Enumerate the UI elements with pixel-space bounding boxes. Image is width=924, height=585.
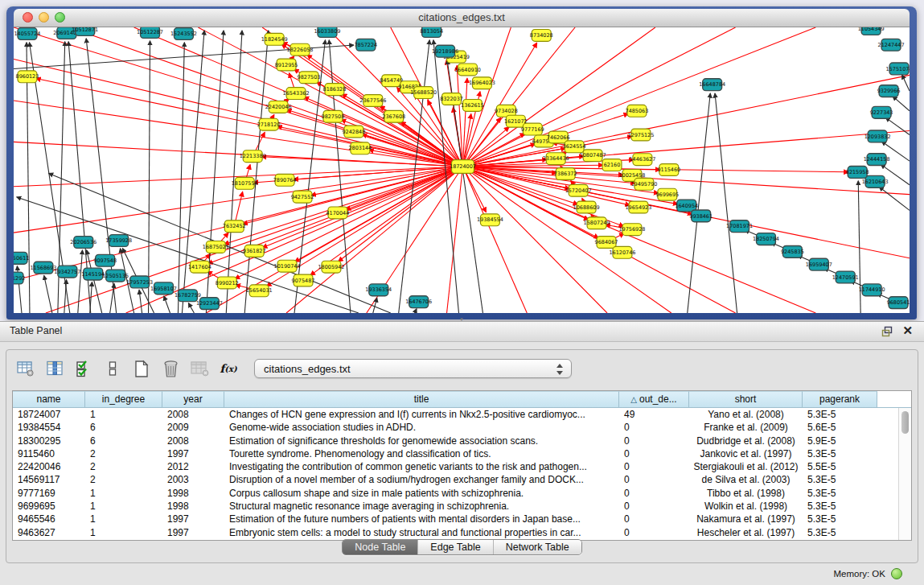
table-cell[interactable]: 5.9E-5 bbox=[803, 435, 877, 447]
table-cell[interactable]: 1998 bbox=[162, 500, 224, 513]
graph-node[interactable]: 12444158 bbox=[864, 154, 890, 166]
graph-node[interactable]: 9680541 bbox=[887, 297, 910, 309]
graph-node[interactable]: 8912955 bbox=[275, 59, 298, 71]
graph-node[interactable]: 11568693 bbox=[30, 262, 56, 274]
graph-node[interactable]: 16648784 bbox=[699, 79, 725, 91]
table-cell[interactable]: 1998 bbox=[162, 487, 224, 500]
graph-node[interactable]: 16120746 bbox=[610, 246, 636, 258]
table-cell[interactable]: 6 bbox=[85, 435, 162, 447]
table-cell[interactable]: 2008 bbox=[162, 408, 224, 421]
graph-node[interactable]: 19654923 bbox=[625, 201, 651, 213]
table-scrollbar[interactable] bbox=[898, 408, 911, 540]
graph-node[interactable]: 18250794 bbox=[753, 233, 779, 245]
table-row[interactable]: 969969511998Structural magnetic resonanc… bbox=[13, 500, 911, 513]
table-cell[interactable]: 1 bbox=[85, 487, 162, 500]
table-cell[interactable]: Investigating the contribution of common… bbox=[224, 460, 619, 473]
graph-node[interactable]: 10807487 bbox=[580, 150, 606, 162]
graph-node[interactable]: 10688609 bbox=[573, 201, 600, 213]
table-cell[interactable]: 0 bbox=[619, 460, 689, 473]
graph-node[interactable]: 9075487 bbox=[292, 274, 315, 286]
table-cell[interactable]: Franke et al. (2009) bbox=[689, 421, 803, 434]
graph-node[interactable]: 15720407 bbox=[565, 184, 592, 196]
graph-node[interactable]: 16476706 bbox=[405, 296, 432, 308]
table-cell[interactable]: 0 bbox=[619, 500, 689, 513]
graph-node[interactable]: 9245835 bbox=[781, 245, 804, 257]
table-cell[interactable]: 5.3E-5 bbox=[803, 473, 877, 486]
memory-status-indicator[interactable] bbox=[891, 568, 902, 579]
graph-node[interactable]: 8990212 bbox=[216, 277, 239, 289]
table-cell[interactable]: Dudbridge et al. (2008) bbox=[689, 435, 803, 447]
graph-node[interactable]: 2718120 bbox=[257, 118, 281, 130]
table-cell[interactable]: 22420046 bbox=[13, 460, 85, 473]
table-cell[interactable]: Structural magnetic resonance image aver… bbox=[224, 500, 619, 513]
graph-node[interactable]: 17081971 bbox=[726, 220, 753, 233]
table-cell[interactable]: 2003 bbox=[162, 473, 224, 486]
graph-node[interactable]: 15688520 bbox=[410, 87, 437, 99]
graph-node[interactable]: 15751074 bbox=[886, 63, 910, 75]
float-panel-icon[interactable] bbox=[881, 326, 893, 337]
graph-node[interactable]: 19756928 bbox=[618, 224, 645, 236]
table-cell[interactable]: 0 bbox=[619, 526, 689, 539]
table-cell[interactable]: 14569117 bbox=[13, 473, 85, 486]
graph-node[interactable]: 19218986 bbox=[432, 45, 458, 57]
graph-node[interactable]: 9827508 bbox=[322, 110, 345, 122]
graph-node[interactable]: 9227343 bbox=[870, 106, 893, 118]
graph-node[interactable]: 23364436 bbox=[543, 153, 569, 165]
graph-node[interactable]: 16875021 bbox=[203, 241, 229, 253]
table-cell[interactable]: 9115460 bbox=[13, 447, 85, 460]
table-cell[interactable]: 9465546 bbox=[13, 513, 85, 525]
graph-node[interactable]: 8960123 bbox=[16, 71, 39, 83]
graph-node[interactable]: 8734028 bbox=[530, 29, 553, 41]
graph-node[interactable]: 23677546 bbox=[359, 95, 386, 107]
graph-node[interactable]: 8186328 bbox=[323, 84, 347, 96]
column-header-pagerank[interactable]: pagerank bbox=[803, 391, 877, 407]
table-cell[interactable]: 6 bbox=[85, 421, 162, 434]
scrollbar-thumb[interactable] bbox=[901, 411, 909, 434]
graph-node[interactable]: 12470591 bbox=[832, 271, 859, 283]
table-row[interactable]: 1938455462009Genome-wide association stu… bbox=[13, 421, 911, 434]
table-cell[interactable]: 2 bbox=[85, 473, 162, 486]
table-cell[interactable]: Embryonic stem cells: a model to study s… bbox=[224, 526, 619, 539]
table-cell[interactable]: 5.3E-5 bbox=[803, 513, 877, 525]
column-header-title[interactable]: title bbox=[224, 391, 619, 407]
column-header-out_de[interactable]: △out_de... bbox=[619, 391, 689, 407]
column-header-short[interactable]: short bbox=[689, 391, 803, 407]
graph-node[interactable]: 19342757 bbox=[54, 266, 80, 278]
table-row[interactable]: 946362711997Embryonic stem cells: a mode… bbox=[13, 526, 911, 539]
graph-node[interactable]: 62160 bbox=[602, 159, 622, 171]
graph-node[interactable]: 3624554 bbox=[563, 141, 586, 153]
graph-node[interactable]: 11824549 bbox=[261, 33, 288, 45]
column-header-name[interactable]: name bbox=[13, 391, 85, 407]
table-cell[interactable]: Nakamura et al. (1997) bbox=[689, 513, 803, 525]
show-columns-icon[interactable] bbox=[45, 360, 64, 377]
table-cell[interactable]: Estimation of significance thresholds fo… bbox=[224, 435, 619, 447]
graph-node[interactable]: 18005942 bbox=[318, 261, 344, 273]
graph-node[interactable]: 9091292 bbox=[14, 272, 25, 284]
table-cell[interactable]: Genome-wide association studies in ADHD. bbox=[224, 421, 619, 434]
table-cell[interactable]: 5.6E-5 bbox=[803, 421, 877, 434]
table-cell[interactable]: 5.3E-5 bbox=[803, 526, 877, 539]
graph-node[interactable]: 21247447 bbox=[878, 39, 905, 51]
graph-node[interactable]: 16033809 bbox=[314, 27, 340, 37]
graph-node[interactable]: 17359928 bbox=[105, 235, 132, 247]
graph-node[interactable]: 7857224 bbox=[354, 39, 377, 51]
network-graph[interactable]: 1872400711824549182260588912955982750381… bbox=[14, 27, 910, 313]
table-cell[interactable]: Yano et al. (2008) bbox=[689, 408, 803, 421]
graph-node[interactable]: 8215958 bbox=[846, 167, 869, 179]
table-cell[interactable]: 18724007 bbox=[13, 408, 85, 421]
graph-node[interactable]: 17957253 bbox=[126, 276, 153, 288]
table-cell[interactable]: 0 bbox=[619, 513, 689, 525]
table-cell[interactable]: 1997 bbox=[162, 447, 224, 460]
graph-node[interactable]: 9699695 bbox=[655, 188, 679, 200]
graph-node[interactable]: 10190744 bbox=[274, 260, 301, 272]
graph-node[interactable]: 19495790 bbox=[630, 178, 657, 190]
tab-edge-table[interactable]: Edge Table bbox=[417, 540, 492, 554]
graph-node[interactable]: 11744910 bbox=[859, 284, 885, 296]
table-cell[interactable]: 49 bbox=[619, 408, 689, 421]
table-cell[interactable]: Wolkin et al. (1998) bbox=[689, 500, 803, 513]
table-cell[interactable]: 5.3E-5 bbox=[803, 408, 877, 421]
delete-column-icon[interactable] bbox=[161, 360, 180, 377]
table-cell[interactable]: 2 bbox=[85, 460, 162, 473]
graph-node[interactable]: 1145194 bbox=[81, 268, 105, 280]
table-cell[interactable]: 1 bbox=[85, 513, 162, 525]
